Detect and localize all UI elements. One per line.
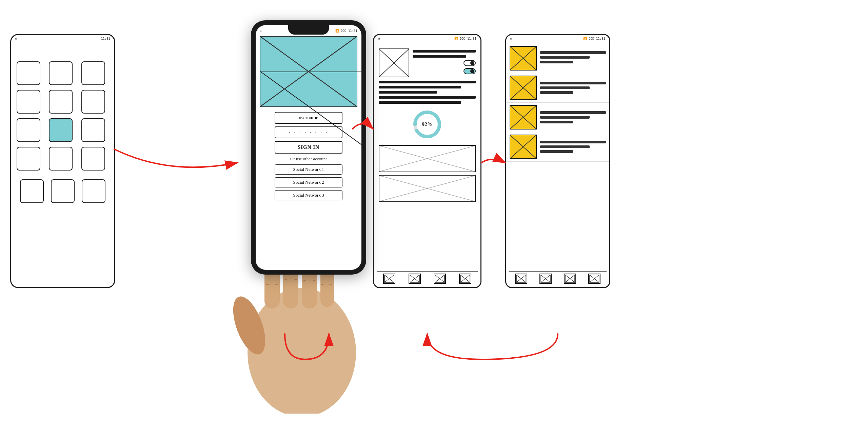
social-btn-1[interactable]: Social Network 1 [275,164,342,175]
list-item-4[interactable] [506,132,609,162]
app-icon-3[interactable] [81,61,105,85]
nav-icon-s4-3[interactable] [564,274,576,284]
list-thumb-4 [510,135,537,159]
app-icon-12[interactable] [81,147,105,171]
svg-point-2 [248,288,356,414]
or-text: Or use other account [290,156,327,162]
dash-row-3: 92% [379,106,476,142]
list-item-3[interactable] [506,103,609,132]
progress-label: 92% [422,121,433,127]
signal-time-s1: 11:31 [101,37,110,40]
login-form: username · · · · · · · · SIGN IN Or use … [256,108,361,204]
nav-icon-s4-4[interactable] [588,274,600,284]
text-line-3 [379,81,476,83]
email-icon-s4: ✉ [510,37,512,40]
status-bar-screen4: ✉ 📶 DDD 11:31 [506,35,609,42]
list-text-1 [540,51,606,66]
phone-email-icon: ✉ [260,29,261,33]
list-container [506,44,609,162]
list-item-1[interactable] [506,44,609,73]
toggle-row-2 [413,68,476,74]
nav-icon-3[interactable] [434,274,446,284]
placeholder-img-1 [379,145,476,172]
app-icon-4[interactable] [17,90,40,114]
signal-time-s4: 📶 DDD 11:31 [583,37,605,40]
phone-frame: ✉ 📶 DDD 11:31 username · · · · · · · · S… [251,20,366,275]
list-thumb-2 [510,76,537,100]
text-line-1 [413,50,476,53]
app-grid [11,56,114,176]
phone-notch [288,25,329,35]
toggle-row-1 [413,60,476,66]
app-icon-13[interactable] [20,179,44,203]
phone-screen: ✉ 📶 DDD 11:31 username · · · · · · · · S… [256,25,361,270]
list-text-3 [540,111,606,123]
list-thumb-1 [510,46,537,71]
email-icon-s1: ✉ [15,37,17,40]
app-icon-15[interactable] [82,179,105,203]
app-icon-1[interactable] [17,61,40,85]
phone-container: ✉ 📶 DDD 11:31 username · · · · · · · · S… [231,20,373,414]
social-btn-3[interactable]: Social Network 3 [275,190,342,200]
nav-icon-s4-1[interactable] [515,274,527,284]
list-text-2 [540,82,606,94]
app-icon-10[interactable] [17,147,40,171]
social-btn-2[interactable]: Social Network 2 [275,177,342,187]
email-icon-s3: ✉ [378,37,380,40]
app-icon-2[interactable] [49,61,73,85]
app-icon-11[interactable] [49,147,73,171]
nav-icon-2[interactable] [409,274,421,284]
app-icon-8-highlighted[interactable] [49,118,73,142]
bottom-nav-screen4 [509,271,607,284]
nav-icon-s4-2[interactable] [539,274,552,284]
app-icon-7[interactable] [17,118,40,142]
screen-3-dashboard: ✉ 📶 DDD 11:31 [373,34,481,288]
text-line-6 [379,96,476,99]
toggle-2[interactable] [463,68,476,74]
scene: ✉ 11:31 [0,0,868,439]
dashboard-content: 92% [374,45,480,208]
signal-time-s3: 📶 DDD 11:31 [454,37,476,40]
status-bar-screen3: ✉ 📶 DDD 11:31 [374,35,480,42]
status-bar-screen1: ✉ 11:31 [11,35,114,42]
nav-icon-4[interactable] [459,274,471,284]
app-icon-9[interactable] [81,118,105,142]
screen-1-app-grid: ✉ 11:31 [10,34,115,288]
dash-row-1 [379,48,476,77]
username-input[interactable]: username [275,112,342,124]
list-item-2[interactable] [506,73,609,103]
bottom-nav-screen3 [377,271,478,284]
hero-image-placeholder [260,36,357,107]
svg-point-3 [231,292,272,358]
text-line-5 [379,91,437,94]
screen-4-list: ✉ 📶 DDD 11:31 [505,34,610,288]
phone-signal-time: 📶 DDD 11:31 [335,29,357,33]
app-icon-6[interactable] [81,90,105,114]
list-text-4 [540,141,606,153]
list-thumb-3 [510,105,537,129]
text-line-4 [379,86,461,88]
dash-text-1 [413,48,476,76]
progress-circle: 92% [412,109,442,140]
text-block-2 [379,81,476,104]
placeholder-img-2 [379,175,476,202]
dash-thumb-1 [379,48,409,77]
text-line-7 [379,101,461,104]
toggle-1[interactable] [463,60,476,66]
app-icon-14[interactable] [51,179,75,203]
text-line-2 [413,55,466,58]
nav-icon-1[interactable] [383,274,395,284]
password-input[interactable]: · · · · · · · · [275,126,342,138]
app-icon-5[interactable] [49,90,73,114]
signin-button[interactable]: SIGN IN [275,141,342,154]
